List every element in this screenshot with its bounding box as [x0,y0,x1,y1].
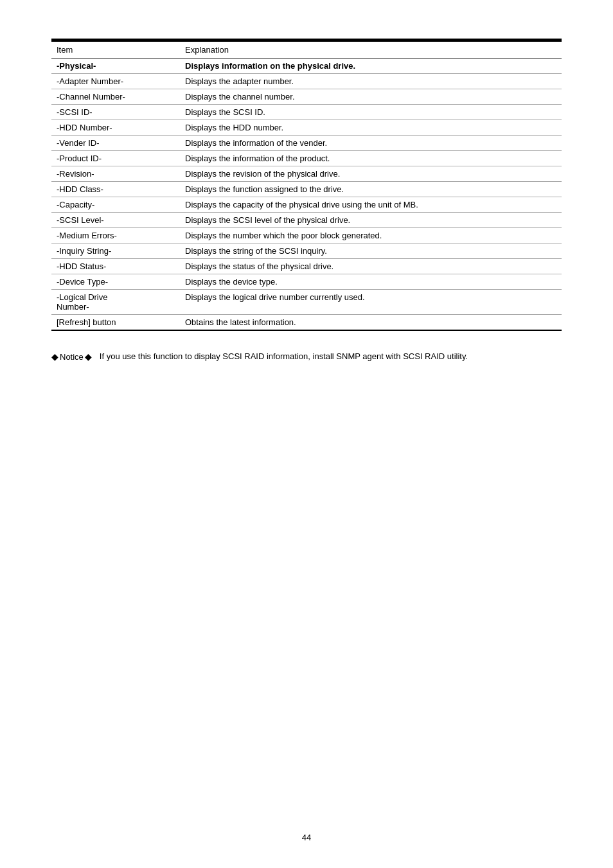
table-header-row: Item Explanation [51,41,562,58]
cell-item: -SCSI Level- [51,213,180,228]
cell-item: -Device Type- [51,274,180,290]
cell-explanation: Displays information on the physical dri… [180,58,562,74]
table-row: -Device Type-Displays the device type. [51,274,562,290]
cell-explanation: Displays the capacity of the physical dr… [180,197,562,213]
table-row: -SCSI Level-Displays the SCSI level of t… [51,213,562,228]
page-container: Item Explanation -Physical-Displays info… [0,0,613,868]
col-header-item: Item [51,41,180,58]
cell-explanation: Displays the status of the physical driv… [180,259,562,274]
cell-explanation: Displays the number which the poor block… [180,228,562,244]
cell-explanation: Obtains the latest information. [180,315,562,331]
cell-item: -Capacity- [51,197,180,213]
cell-explanation: Displays the string of the SCSI inquiry. [180,244,562,259]
notice-label: ◆ Notice ◆ [51,350,92,362]
table-row: -Vender ID-Displays the information of t… [51,136,562,151]
table-row: -Medium Errors-Displays the number which… [51,228,562,244]
cell-item: -SCSI ID- [51,105,180,120]
table-row: -HDD Status-Displays the status of the p… [51,259,562,274]
cell-item: -Logical DriveNumber- [51,290,180,315]
table-row: -Product ID-Displays the information of … [51,151,562,166]
cell-item: -Vender ID- [51,136,180,151]
cell-explanation: Displays the revision of the physical dr… [180,166,562,182]
info-table: Item Explanation -Physical-Displays info… [51,40,562,331]
cell-explanation: Displays the information of the vender. [180,136,562,151]
cell-explanation: Displays the SCSI level of the physical … [180,213,562,228]
table-row: -Capacity-Displays the capacity of the p… [51,197,562,213]
table-row: -SCSI ID-Displays the SCSI ID. [51,105,562,120]
table-row: -Physical-Displays information on the ph… [51,58,562,74]
cell-item: -Adapter Number- [51,74,180,89]
cell-explanation: Displays the function assigned to the dr… [180,182,562,197]
table-row: -Channel Number-Displays the channel num… [51,89,562,105]
cell-explanation: Displays the SCSI ID. [180,105,562,120]
table-body: -Physical-Displays information on the ph… [51,58,562,331]
cell-explanation: Displays the HDD number. [180,120,562,136]
cell-item: -HDD Class- [51,182,180,197]
table-row: -Adapter Number-Displays the adapter num… [51,74,562,89]
diamond-right-icon: ◆ [85,351,92,362]
diamond-left-icon: ◆ [51,351,58,362]
cell-item: -HDD Status- [51,259,180,274]
cell-item: -Medium Errors- [51,228,180,244]
cell-explanation: Displays the device type. [180,274,562,290]
page-number: 44 [302,833,311,842]
cell-item: -Product ID- [51,151,180,166]
cell-item: -Physical- [51,58,180,74]
cell-explanation: Displays the channel number. [180,89,562,105]
notice-section: ◆ Notice ◆ If you use this function to d… [51,350,562,363]
cell-explanation: Displays the logical drive number curren… [180,290,562,315]
table-row: [Refresh] buttonObtains the latest infor… [51,315,562,331]
cell-explanation: Displays the adapter number. [180,74,562,89]
table-row: -Logical DriveNumber-Displays the logica… [51,290,562,315]
notice-word: Notice [60,352,84,362]
col-header-explanation: Explanation [180,41,562,58]
cell-item: -Channel Number- [51,89,180,105]
table-row: -HDD Class-Displays the function assigne… [51,182,562,197]
table-row: -HDD Number-Displays the HDD number. [51,120,562,136]
table-row: -Inquiry String-Displays the string of t… [51,244,562,259]
notice-text: If you use this function to display SCSI… [100,350,468,363]
cell-explanation: Displays the information of the product. [180,151,562,166]
cell-item: -Revision- [51,166,180,182]
cell-item: [Refresh] button [51,315,180,331]
cell-item: -HDD Number- [51,120,180,136]
cell-item: -Inquiry String- [51,244,180,259]
table-row: -Revision-Displays the revision of the p… [51,166,562,182]
